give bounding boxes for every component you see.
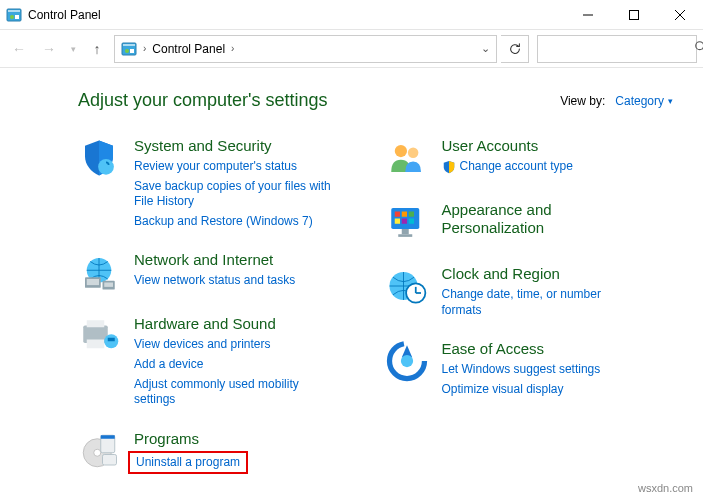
svg-rect-33	[394, 212, 399, 217]
shield-admin-icon	[442, 160, 456, 174]
printer-hardware-icon[interactable]	[78, 315, 120, 357]
svg-rect-1	[8, 10, 20, 12]
task-link[interactable]: View network status and tasks	[134, 273, 295, 289]
category-ease-of-access: Ease of Access Let Windows suggest setti…	[386, 340, 674, 397]
categories-grid: System and Security Review your computer…	[78, 137, 673, 474]
category-title-link[interactable]: Programs	[134, 430, 199, 448]
close-button[interactable]	[657, 0, 703, 30]
view-by-dropdown[interactable]: Category ▾	[615, 94, 673, 108]
category-title-link[interactable]: Ease of Access	[442, 340, 545, 358]
svg-rect-36	[394, 219, 399, 224]
chevron-down-icon[interactable]: ⌄	[481, 42, 490, 55]
svg-point-31	[407, 148, 418, 159]
right-column: User Accounts Change account type	[386, 137, 674, 474]
control-panel-icon	[121, 41, 137, 57]
task-link[interactable]: Review your computer's status	[134, 159, 297, 175]
task-link[interactable]: View devices and printers	[134, 337, 271, 353]
shield-icon[interactable]	[78, 137, 120, 179]
task-link[interactable]: Optimize visual display	[442, 382, 564, 398]
svg-point-26	[94, 449, 101, 456]
control-panel-icon	[6, 7, 22, 23]
search-input[interactable]	[544, 42, 694, 56]
task-link[interactable]: Adjust commonly used mobility settings	[134, 377, 334, 408]
search-box[interactable]	[537, 35, 697, 63]
svg-rect-28	[101, 435, 115, 439]
content-area: Adjust your computer's settings View by:…	[0, 68, 703, 474]
breadcrumb[interactable]: Control Panel	[152, 42, 225, 56]
category-title-link[interactable]: System and Security	[134, 137, 272, 155]
task-link[interactable]: Let Windows suggest settings	[442, 362, 601, 378]
svg-rect-37	[401, 219, 406, 224]
maximize-button[interactable]	[611, 0, 657, 30]
view-by-label: View by:	[560, 94, 605, 108]
svg-rect-22	[87, 340, 105, 349]
view-by-selector: View by: Category ▾	[560, 94, 673, 108]
recent-dropdown[interactable]: ▾	[66, 36, 80, 62]
svg-rect-24	[108, 338, 115, 342]
ease-of-access-icon[interactable]	[386, 340, 428, 382]
titlebar: Control Panel	[0, 0, 703, 30]
svg-rect-35	[408, 212, 413, 217]
back-button[interactable]: ←	[6, 36, 32, 62]
refresh-button[interactable]	[501, 35, 529, 63]
forward-button[interactable]: →	[36, 36, 62, 62]
svg-point-12	[696, 42, 703, 50]
caret-down-icon: ▾	[668, 96, 673, 106]
category-network-internet: Network and Internet View network status…	[78, 251, 366, 293]
category-appearance-personalization: Appearance and Personalization	[386, 201, 674, 243]
user-accounts-icon[interactable]	[386, 137, 428, 179]
appearance-icon[interactable]	[386, 201, 428, 243]
search-icon[interactable]	[694, 40, 703, 57]
highlight-box: Uninstall a program	[128, 451, 248, 475]
category-user-accounts: User Accounts Change account type	[386, 137, 674, 179]
svg-rect-29	[103, 454, 117, 465]
address-bar[interactable]: › Control Panel › ⌄	[114, 35, 497, 63]
chevron-right-icon[interactable]: ›	[231, 43, 234, 54]
svg-rect-3	[15, 15, 19, 19]
toolbar: ← → ▾ ↑ › Control Panel › ⌄	[0, 30, 703, 68]
svg-point-10	[125, 49, 129, 53]
task-link[interactable]: Change date, time, or number formats	[442, 287, 642, 318]
task-link[interactable]: Add a device	[134, 357, 203, 373]
svg-rect-34	[401, 212, 406, 217]
task-link[interactable]: Change account type	[460, 159, 573, 175]
minimize-button[interactable]	[565, 0, 611, 30]
svg-point-14	[98, 159, 114, 175]
task-link[interactable]: Save backup copies of your files with Fi…	[134, 179, 334, 210]
category-title-link[interactable]: Network and Internet	[134, 251, 273, 269]
svg-rect-40	[398, 234, 412, 237]
category-clock-region: Clock and Region Change date, time, or n…	[386, 265, 674, 318]
svg-rect-11	[130, 49, 134, 53]
svg-rect-5	[630, 10, 639, 19]
svg-point-47	[400, 355, 412, 367]
task-link[interactable]: Backup and Restore (Windows 7)	[134, 214, 313, 230]
svg-point-30	[394, 145, 406, 157]
svg-point-2	[10, 15, 14, 19]
globe-network-icon[interactable]	[78, 251, 120, 293]
page-heading: Adjust your computer's settings	[78, 90, 328, 111]
category-title-link[interactable]: Appearance and Personalization	[442, 201, 622, 237]
svg-rect-38	[408, 219, 413, 224]
left-column: System and Security Review your computer…	[78, 137, 366, 474]
category-title-link[interactable]: Hardware and Sound	[134, 315, 276, 333]
chevron-right-icon[interactable]: ›	[143, 43, 146, 54]
programs-disc-icon[interactable]	[78, 430, 120, 472]
content-header: Adjust your computer's settings View by:…	[78, 90, 673, 111]
watermark: wsxdn.com	[638, 482, 693, 494]
up-button[interactable]: ↑	[84, 36, 110, 62]
category-hardware-sound: Hardware and Sound View devices and prin…	[78, 315, 366, 407]
svg-rect-21	[87, 321, 105, 328]
category-title-link[interactable]: Clock and Region	[442, 265, 560, 283]
category-programs: Programs Uninstall a program	[78, 430, 366, 475]
category-title-link[interactable]: User Accounts	[442, 137, 539, 155]
category-system-security: System and Security Review your computer…	[78, 137, 366, 229]
task-link-uninstall-program[interactable]: Uninstall a program	[136, 455, 240, 469]
clock-region-icon[interactable]	[386, 265, 428, 307]
svg-rect-9	[123, 44, 135, 46]
svg-rect-39	[401, 229, 408, 234]
svg-rect-17	[87, 279, 99, 285]
window-title: Control Panel	[28, 8, 565, 22]
svg-rect-19	[104, 283, 113, 287]
